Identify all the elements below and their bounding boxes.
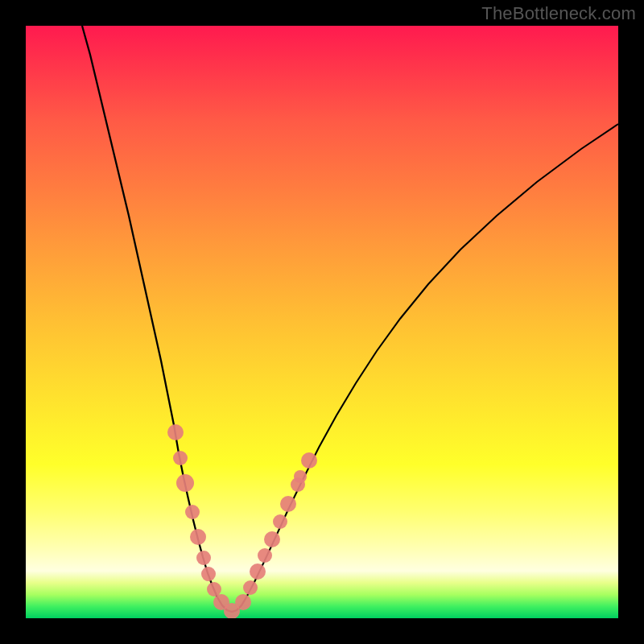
plot-area [26,26,618,618]
marker-dot [196,551,211,565]
marker-dot [167,424,184,440]
marker-dot [273,514,287,529]
marker-dot [243,580,258,595]
marker-dot [294,470,307,483]
marker-group [167,424,317,618]
marker-dot [235,594,251,610]
marker-dot [280,496,296,512]
marker-dot [176,474,194,492]
curve-svg [26,26,618,618]
watermark-text: TheBottleneck.com [481,3,636,24]
marker-dot [207,582,221,597]
marker-dot [190,529,206,545]
marker-dot [173,451,188,465]
marker-dot [250,564,266,580]
marker-dot [201,567,216,581]
outer-frame: TheBottleneck.com [0,0,644,644]
marker-dot [185,505,200,519]
curve-right [246,124,618,597]
marker-dot [301,452,317,469]
marker-dot [258,548,272,563]
marker-dot [264,531,280,547]
